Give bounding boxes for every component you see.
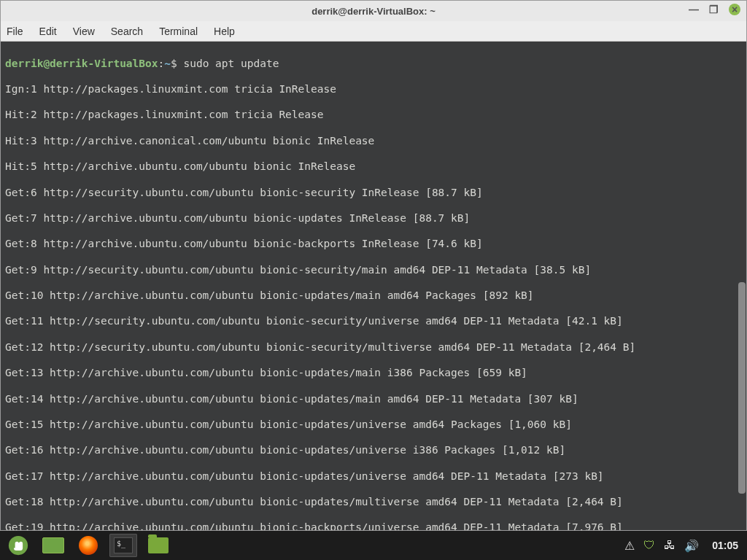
output-line: Get:9 http://security.ubuntu.com/ubuntu …	[5, 264, 742, 277]
terminal-scrollbar[interactable]	[738, 42, 746, 530]
prompt-path: ~	[164, 58, 171, 69]
output-line: Get:18 http://archive.ubuntu.com/ubuntu …	[5, 496, 742, 509]
window-title: derrik@derrik-VirtualBox: ~	[311, 6, 436, 17]
prompt-user: derrik@derrik-VirtualBox	[5, 58, 158, 69]
output-line: Get:6 http://security.ubuntu.com/ubuntu …	[5, 187, 742, 200]
menu-view[interactable]: View	[73, 26, 95, 37]
firefox-icon	[79, 536, 98, 555]
menu-button[interactable]	[4, 534, 32, 557]
mint-logo-icon	[8, 535, 28, 556]
output-line: Get:15 http://archive.ubuntu.com/ubuntu …	[5, 419, 742, 432]
taskbar-right: ⚠ 🛡 🖧 🔊 01:05	[624, 539, 743, 553]
output-line: Hit:5 http://archive.ubuntu.com/ubuntu b…	[5, 160, 742, 174]
output-line: Get:13 http://archive.ubuntu.com/ubuntu …	[5, 367, 742, 380]
prompt-command: sudo apt update	[183, 58, 279, 69]
output-line: Get:12 http://security.ubuntu.com/ubuntu…	[5, 341, 742, 354]
menu-search[interactable]: Search	[111, 26, 143, 37]
terminal-taskbar-button[interactable]	[109, 534, 137, 557]
output-line: Ign:1 http://packages.linuxmint.com tric…	[5, 83, 742, 96]
terminal-window: derrik@derrik-VirtualBox: ~ — ❐ × File E…	[0, 0, 747, 531]
output-line: Get:17 http://archive.ubuntu.com/ubuntu …	[5, 470, 742, 483]
output-line: Hit:3 http://archive.canonical.com/ubunt…	[5, 135, 742, 148]
output-line: Get:10 http://archive.ubuntu.com/ubuntu …	[5, 289, 742, 303]
close-button[interactable]: ×	[729, 4, 740, 15]
menu-help[interactable]: Help	[214, 26, 235, 37]
menu-edit[interactable]: Edit	[39, 26, 57, 37]
warning-tray-icon[interactable]: ⚠	[624, 539, 635, 553]
menu-terminal[interactable]: Terminal	[159, 26, 198, 37]
prompt-sep: :	[158, 58, 165, 69]
output-line: Hit:2 http://packages.linuxmint.com tric…	[5, 109, 742, 122]
maximize-button[interactable]: ❐	[709, 4, 719, 15]
menu-file[interactable]: File	[7, 26, 23, 37]
scrollbar-thumb[interactable]	[738, 282, 746, 494]
shield-tray-icon[interactable]: 🛡	[643, 539, 655, 552]
output-line: Get:11 http://security.ubuntu.com/ubuntu…	[5, 315, 742, 328]
show-desktop-button[interactable]	[39, 534, 67, 557]
menubar: File Edit View Search Terminal Help	[1, 21, 746, 42]
firefox-button[interactable]	[74, 534, 102, 557]
terminal-contents[interactable]: derrik@derrik-VirtualBox:~$ sudo apt upd…	[1, 42, 746, 530]
minimize-button[interactable]: —	[689, 4, 699, 15]
output-line: Get:16 http://archive.ubuntu.com/ubuntu …	[5, 444, 742, 457]
taskbar: ⚠ 🛡 🖧 🔊 01:05	[0, 531, 747, 560]
volume-tray-icon[interactable]: 🔊	[684, 539, 699, 553]
output-line: Get:14 http://archive.ubuntu.com/ubuntu …	[5, 393, 742, 406]
output-line: Get:7 http://archive.ubuntu.com/ubuntu b…	[5, 212, 742, 225]
folder-icon	[148, 537, 169, 553]
show-desktop-icon	[42, 537, 64, 553]
prompt-symbol: $	[171, 58, 177, 69]
titlebar[interactable]: derrik@derrik-VirtualBox: ~ — ❐ ×	[1, 1, 746, 21]
window-controls: — ❐ ×	[689, 4, 740, 15]
output-line: Get:8 http://archive.ubuntu.com/ubuntu b…	[5, 238, 742, 251]
terminal-icon	[114, 537, 133, 553]
taskbar-left	[4, 534, 172, 557]
output-line: Get:19 http://archive.ubuntu.com/ubuntu …	[5, 521, 742, 530]
files-button[interactable]	[144, 534, 172, 557]
taskbar-clock[interactable]: 01:05	[712, 540, 738, 551]
network-tray-icon[interactable]: 🖧	[664, 539, 676, 552]
